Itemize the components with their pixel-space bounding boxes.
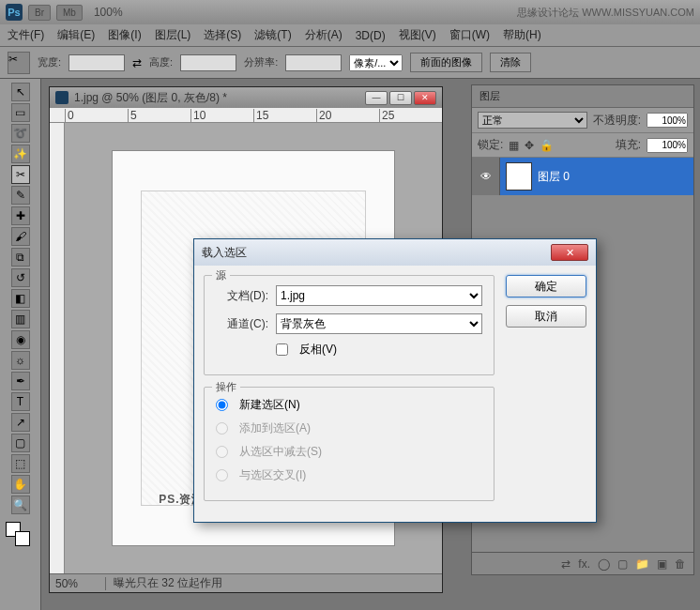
dialog-titlebar[interactable]: 载入选区 ✕ xyxy=(194,239,596,266)
ok-button[interactable]: 确定 xyxy=(506,275,586,297)
stamp-tool-icon[interactable]: ⧉ xyxy=(11,248,30,267)
height-input[interactable] xyxy=(180,54,236,71)
source-legend: 源 xyxy=(212,268,230,282)
minimize-button[interactable]: — xyxy=(365,91,388,105)
clear-button[interactable]: 清除 xyxy=(490,53,531,72)
width-input[interactable] xyxy=(68,54,125,71)
document-select[interactable]: 1.jpg xyxy=(276,285,482,306)
menu-layer[interactable]: 图层(L) xyxy=(155,27,191,43)
menu-file[interactable]: 文件(F) xyxy=(8,27,44,43)
op-sub-label: 从选区中减去(S) xyxy=(239,444,322,460)
resolution-label: 分辨率: xyxy=(244,55,278,69)
crop-tool-icon[interactable]: ✂ xyxy=(8,52,30,74)
op-add-radio[interactable] xyxy=(216,422,228,435)
lock-label: 锁定: xyxy=(478,137,503,153)
path-tool-icon[interactable]: ↗ xyxy=(11,413,30,432)
menu-window[interactable]: 窗口(W) xyxy=(449,27,490,43)
channel-select[interactable]: 背景灰色 xyxy=(276,313,482,334)
blend-mode-select[interactable]: 正常 xyxy=(478,112,587,129)
resolution-input[interactable] xyxy=(285,54,342,71)
group-icon[interactable]: 📁 xyxy=(635,557,649,571)
mask-icon[interactable]: ◯ xyxy=(598,557,610,571)
brush-tool-icon[interactable]: 🖌 xyxy=(11,227,30,246)
app-logo-icon: Ps xyxy=(6,4,23,21)
visibility-icon[interactable]: 👁 xyxy=(472,158,500,195)
unit-select[interactable]: 像素/... xyxy=(349,54,403,71)
menu-edit[interactable]: 编辑(E) xyxy=(57,27,95,43)
front-image-button[interactable]: 前面的图像 xyxy=(410,53,482,72)
doc-icon xyxy=(55,91,68,104)
eraser-tool-icon[interactable]: ◧ xyxy=(11,289,30,308)
op-sub-radio[interactable] xyxy=(216,446,228,458)
operation-legend: 操作 xyxy=(212,380,240,394)
op-int-radio[interactable] xyxy=(216,469,228,481)
layer-thumbnail[interactable] xyxy=(506,162,532,191)
lock-pixels-icon[interactable]: ▦ xyxy=(509,139,519,152)
layer-item[interactable]: 👁 图层 0 xyxy=(472,158,693,195)
shape-tool-icon[interactable]: ▢ xyxy=(11,434,30,452)
trash-icon[interactable]: 🗑 xyxy=(675,557,686,571)
lasso-tool-icon[interactable]: ➰ xyxy=(11,124,30,143)
toolbox: ↖ ▭ ➰ ✨ ✂ ✎ ✚ 🖌 ⧉ ↺ ◧ ▥ ◉ ☼ ✒ T ↗ ▢ ⬚ ✋ … xyxy=(0,79,41,610)
adjustment-icon[interactable]: ▢ xyxy=(617,557,628,571)
close-button[interactable]: ✕ xyxy=(414,91,436,105)
zoom-tool-icon[interactable]: 🔍 xyxy=(11,496,30,514)
dialog-title-text: 载入选区 xyxy=(202,245,247,261)
menu-help[interactable]: 帮助(H) xyxy=(503,27,541,43)
mb-button[interactable]: Mb xyxy=(56,5,83,21)
link-icon[interactable]: ⇄ xyxy=(561,557,571,571)
dialog-close-button[interactable]: ✕ xyxy=(551,244,588,261)
ruler-horizontal[interactable]: 0 5 10 15 20 25 xyxy=(50,108,442,123)
brand-watermark: 思缘设计论坛 WWW.MISSYUAN.COM xyxy=(517,6,694,20)
app-titlebar: Ps Br Mb 100% 思缘设计论坛 WWW.MISSYUAN.COM xyxy=(0,0,700,24)
ruler-vertical[interactable] xyxy=(50,123,65,573)
source-fieldset: 源 文档(D): 1.jpg 通道(C): 背景灰色 反相(V) xyxy=(204,275,495,375)
heal-tool-icon[interactable]: ✚ xyxy=(11,206,30,225)
hand-tool-icon[interactable]: ✋ xyxy=(11,475,30,494)
type-tool-icon[interactable]: T xyxy=(11,392,30,411)
lock-all-icon[interactable]: 🔒 xyxy=(540,139,554,152)
opacity-input[interactable] xyxy=(647,113,688,128)
wand-tool-icon[interactable]: ✨ xyxy=(11,145,30,163)
document-title: 1.jpg @ 50% (图层 0, 灰色/8) * xyxy=(74,90,227,106)
menu-3d[interactable]: 3D(D) xyxy=(356,29,386,42)
invert-checkbox[interactable] xyxy=(276,343,288,356)
move-tool-icon[interactable]: ↖ xyxy=(11,83,30,101)
layers-tab[interactable]: 图层 xyxy=(472,85,693,108)
opacity-label: 不透明度: xyxy=(593,113,641,129)
menu-select[interactable]: 选择(S) xyxy=(204,27,241,43)
fx-icon[interactable]: fx. xyxy=(578,557,590,571)
history-brush-tool-icon[interactable]: ↺ xyxy=(11,268,30,287)
fill-input[interactable] xyxy=(647,138,688,153)
op-add-label: 添加到选区(A) xyxy=(239,420,311,436)
gradient-tool-icon[interactable]: ▥ xyxy=(11,310,30,328)
maximize-button[interactable]: ☐ xyxy=(389,91,412,105)
eyedropper-tool-icon[interactable]: ✎ xyxy=(11,186,30,205)
crop-tool-icon[interactable]: ✂ xyxy=(11,165,30,184)
fill-label: 填充: xyxy=(616,137,641,153)
new-layer-icon[interactable]: ▣ xyxy=(657,557,667,571)
marquee-tool-icon[interactable]: ▭ xyxy=(11,103,30,122)
status-zoom[interactable]: 50% xyxy=(50,577,106,590)
3d-tool-icon[interactable]: ⬚ xyxy=(11,454,30,473)
menu-bar: 文件(F) 编辑(E) 图像(I) 图层(L) 选择(S) 滤镜(T) 分析(A… xyxy=(0,24,700,47)
menu-view[interactable]: 视图(V) xyxy=(399,27,436,43)
dodge-tool-icon[interactable]: ☼ xyxy=(11,351,30,370)
lock-position-icon[interactable]: ✥ xyxy=(525,139,534,152)
menu-analysis[interactable]: 分析(A) xyxy=(305,27,342,43)
cancel-button[interactable]: 取消 xyxy=(506,305,586,328)
document-statusbar: 50% 曝光只在 32 位起作用 xyxy=(50,573,442,592)
menu-image[interactable]: 图像(I) xyxy=(108,27,141,43)
menu-filter[interactable]: 滤镜(T) xyxy=(254,27,291,43)
swap-icon[interactable]: ⇄ xyxy=(132,56,142,69)
blur-tool-icon[interactable]: ◉ xyxy=(11,330,30,349)
background-swatch[interactable] xyxy=(15,531,30,546)
op-new-radio[interactable] xyxy=(216,399,228,411)
pen-tool-icon[interactable]: ✒ xyxy=(11,372,30,390)
layer-name[interactable]: 图层 0 xyxy=(538,169,570,185)
bridge-button[interactable]: Br xyxy=(28,5,51,21)
titlebar-zoom[interactable]: 100% xyxy=(94,6,123,19)
document-titlebar[interactable]: 1.jpg @ 50% (图层 0, 灰色/8) * — ☐ ✕ xyxy=(50,87,442,108)
op-new-label: 新建选区(N) xyxy=(239,397,300,413)
color-swatches[interactable] xyxy=(2,520,38,548)
